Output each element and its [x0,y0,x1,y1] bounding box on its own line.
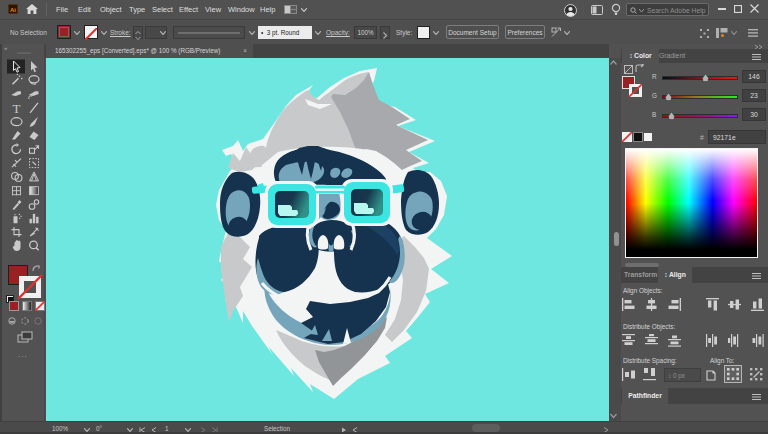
svg-text:T: T [13,101,21,116]
